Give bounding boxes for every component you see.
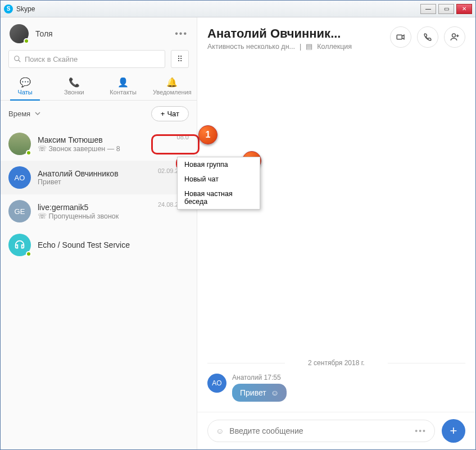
app-window: S Skype — ▭ ✕ Толя ••• Поиск в Скайпе ⠿ … <box>0 0 476 450</box>
conversation-item[interactable]: AO Анатолий Овчинников Привет 02.09.2018 <box>1 161 197 194</box>
tab-notifications[interactable]: 🔔Уведомления <box>148 74 197 100</box>
chat-header-text: Анатолий Овчинник... Активность нескольк… <box>207 26 390 51</box>
status-online-icon <box>24 38 29 44</box>
filter-time[interactable]: Время <box>8 110 40 118</box>
plus-icon: + <box>161 110 165 118</box>
compose-input[interactable]: ☺ ••• <box>207 420 435 442</box>
dropdown-new-chat[interactable]: Новый чат <box>178 172 260 187</box>
chat-actions <box>390 26 465 48</box>
dropdown-new-private[interactable]: Новая частная беседа <box>178 187 260 209</box>
status-online-icon <box>26 251 31 257</box>
chat-pane: Анатолий Овчинник... Активность нескольк… <box>197 17 475 449</box>
window-controls: — ▭ ✕ <box>420 4 472 14</box>
conversation-date: 08.0 <box>177 134 189 140</box>
maximize-button[interactable]: ▭ <box>438 4 454 14</box>
message-text: Привет <box>240 388 266 397</box>
svg-rect-2 <box>397 35 402 39</box>
dropdown-new-group[interactable]: Новая группа <box>178 157 260 172</box>
gallery-link[interactable]: Коллекция <box>317 43 352 51</box>
dialpad-button[interactable]: ⠿ <box>171 50 189 68</box>
contact-name: Максим Тютюшев <box>38 135 170 144</box>
gallery-icon: ▤ <box>306 42 312 51</box>
contact-avatar: GE <box>8 200 31 222</box>
conversation-body: Максим Тютюшев ☏ Звонок завершен — 8 <box>38 135 170 153</box>
phone-icon <box>423 32 433 42</box>
more-menu-button[interactable]: ••• <box>175 29 188 39</box>
search-row: Поиск в Скайпе ⠿ <box>1 50 197 74</box>
tab-chats[interactable]: 💬Чаты <box>1 74 49 100</box>
message-meta: Анатолий 17:55 <box>232 374 287 381</box>
compose-row: ☺ ••• + <box>197 412 475 449</box>
video-icon <box>396 32 406 42</box>
new-chat-dropdown: Новая группа Новый чат Новая частная бес… <box>177 157 260 210</box>
filter-row: Время + Чат <box>1 101 197 127</box>
phone-icon: 📞 <box>49 77 98 88</box>
chat-icon: 💬 <box>1 77 49 88</box>
send-button[interactable]: + <box>442 419 465 443</box>
nav-tabs: 💬Чаты 📞Звонки 👤Контакты 🔔Уведомления <box>1 74 197 101</box>
chat-contact-name: Анатолий Овчинник... <box>207 26 390 41</box>
contacts-icon: 👤 <box>99 77 148 88</box>
conversation-subtitle: Привет <box>38 178 151 186</box>
chat-header: Анатолий Овчинник... Активность нескольк… <box>197 17 475 56</box>
contact-avatar <box>8 234 31 256</box>
add-people-button[interactable] <box>444 26 465 48</box>
voice-call-button[interactable] <box>417 26 438 48</box>
conversation-body: Анатолий Овчинников Привет <box>38 169 151 186</box>
video-call-button[interactable] <box>390 26 411 48</box>
window-title: Skype <box>16 5 420 13</box>
emoji-button[interactable]: ☺ <box>216 426 224 435</box>
svg-point-3 <box>452 34 456 37</box>
skype-logo-icon: S <box>4 4 13 13</box>
conversation-item[interactable]: Echo / Sound Test Service <box>1 228 197 262</box>
contact-avatar <box>8 133 31 155</box>
contact-name: live:germanik5 <box>38 203 151 212</box>
svg-point-0 <box>15 56 19 61</box>
contact-name: Анатолий Овчинников <box>38 169 151 178</box>
compose-more-button[interactable]: ••• <box>415 426 427 435</box>
search-input[interactable]: Поиск в Скайпе <box>8 50 165 68</box>
status-online-icon <box>26 150 31 156</box>
conversation-item[interactable]: Максим Тютюшев ☏ Звонок завершен — 8 08.… <box>1 127 197 161</box>
conversation-body: live:germanik5 ☏ Пропущенный звонок <box>38 203 151 220</box>
tab-calls[interactable]: 📞Звонки <box>49 74 98 100</box>
sidebar-header: Толя ••• <box>1 17 197 50</box>
conversations-list: Максим Тютюшев ☏ Звонок завершен — 8 08.… <box>1 127 197 449</box>
headset-icon <box>13 239 26 251</box>
bell-icon: 🔔 <box>148 77 197 88</box>
user-name: Толя <box>35 29 53 38</box>
conversation-subtitle: ☏ Пропущенный звонок <box>38 212 151 220</box>
contact-avatar: AO <box>8 166 31 189</box>
divider: | <box>300 43 301 51</box>
message-bubble[interactable]: Привет ☺ <box>232 384 287 402</box>
search-placeholder: Поиск в Скайпе <box>25 55 78 63</box>
conversation-body: Echo / Sound Test Service <box>38 240 189 249</box>
contact-name: Echo / Sound Test Service <box>38 240 189 249</box>
date-separator: 2 сентября 2018 г. <box>207 359 465 367</box>
conversation-subtitle: ☏ Звонок завершен — 8 <box>38 144 170 153</box>
chat-body: 2 сентября 2018 г. AO Анатолий 17:55 При… <box>197 56 475 412</box>
sidebar: Толя ••• Поиск в Скайпе ⠿ 💬Чаты 📞Звонки … <box>1 17 197 449</box>
chat-subtitle: Активность несколько дн... | ▤ Коллекция <box>207 42 390 51</box>
activity-text: Активность несколько дн... <box>207 43 295 51</box>
message-field[interactable] <box>229 426 409 435</box>
minimize-button[interactable]: — <box>420 4 436 14</box>
sender-avatar: AO <box>207 374 226 393</box>
svg-line-1 <box>19 60 21 62</box>
titlebar: S Skype — ▭ ✕ <box>1 1 475 17</box>
new-chat-label: Чат <box>167 110 179 118</box>
new-chat-button[interactable]: + Чат <box>151 106 189 121</box>
person-add-icon <box>450 32 460 42</box>
message-block: Анатолий 17:55 Привет ☺ <box>232 374 287 402</box>
search-icon <box>13 55 21 63</box>
callout-badge-1: 1 <box>198 125 217 144</box>
conversation-item[interactable]: GE live:germanik5 ☏ Пропущенный звонок 2… <box>1 194 197 228</box>
user-avatar[interactable] <box>10 24 29 43</box>
emoji-reaction-icon[interactable]: ☺ <box>271 388 279 397</box>
chevron-down-icon <box>35 111 40 116</box>
close-button[interactable]: ✕ <box>456 4 472 14</box>
message-row: AO Анатолий 17:55 Привет ☺ <box>207 374 465 402</box>
tab-contacts[interactable]: 👤Контакты <box>99 74 148 100</box>
